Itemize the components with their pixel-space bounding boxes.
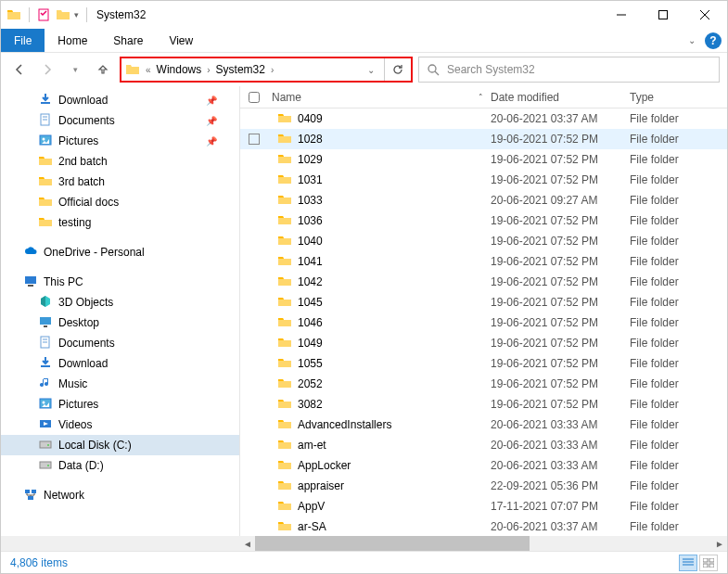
up-button[interactable] [92,58,114,81]
file-row[interactable]: 1036 19-06-2021 07:52 PM File folder [240,210,727,231]
horizontal-scrollbar[interactable]: ◄ ► [1,536,727,551]
folder-icon [277,233,292,250]
nav-item[interactable]: Local Disk (C:) [1,435,239,455]
file-row[interactable]: 1033 20-06-2021 09:27 AM File folder [240,190,727,210]
ribbon-tab-share[interactable]: Share [100,31,156,51]
file-row[interactable]: 1055 19-06-2021 07:52 PM File folder [240,353,727,374]
ribbon-tab-view[interactable]: View [156,31,206,51]
column-header-type[interactable]: Type [630,91,727,104]
file-type: File folder [630,214,727,227]
svg-rect-15 [40,317,51,325]
nav-item[interactable]: Official docs [1,192,239,212]
file-row[interactable]: 1046 19-06-2021 07:52 PM File folder [240,313,727,333]
row-checkbox[interactable] [249,134,260,145]
file-row[interactable]: 3082 19-06-2021 07:52 PM File folder [240,394,727,415]
nav-item-label: Pictures [58,398,98,411]
breadcrumb-segment[interactable]: System32 [214,63,267,76]
file-row[interactable]: AppLocker 20-06-2021 03:33 AM File folde… [240,455,727,476]
file-type: File folder [630,112,727,125]
nav-item[interactable]: 3D Objects [1,292,239,313]
column-header-name[interactable]: Name˄ [268,91,491,104]
nav-item-label: Documents [58,337,115,350]
svg-rect-2 [658,11,667,19]
ribbon-expand-icon[interactable]: ⌄ [688,35,696,45]
nav-item[interactable]: Network [1,485,239,505]
nav-item[interactable]: Download [1,353,239,374]
qat-newfolder-icon[interactable] [56,7,70,22]
scroll-right-icon[interactable]: ► [712,539,727,549]
breadcrumb-segment[interactable]: Windows [155,63,204,76]
close-button[interactable] [683,1,725,29]
file-row[interactable]: 2052 19-06-2021 07:52 PM File folder [240,374,727,394]
nav-item[interactable]: Documents📌 [1,110,239,131]
svg-rect-30 [28,496,33,500]
file-list[interactable]: Name˄ Date modified Type 0409 20-06-2021… [240,86,727,536]
maximize-button[interactable] [642,1,683,29]
nav-item[interactable]: Data (D:) [1,455,239,476]
nav-item[interactable]: This PC [1,272,239,292]
view-large-button[interactable] [699,555,718,571]
file-date: 19-06-2021 07:52 PM [491,133,630,146]
column-header-date[interactable]: Date modified [491,91,630,104]
refresh-button[interactable] [385,58,411,81]
address-dropdown-icon[interactable]: ⌄ [362,65,380,75]
nav-item[interactable]: testing [1,212,239,233]
file-row[interactable]: ar-SA 20-06-2021 03:37 AM File folder [240,517,727,536]
file-name: 1055 [298,357,323,370]
file-row[interactable]: AdvancedInstallers 20-06-2021 03:33 AM F… [240,415,727,435]
nav-item[interactable]: Videos [1,415,239,435]
file-row[interactable]: 1028 19-06-2021 07:52 PM File folder [240,129,727,149]
file-name: 2052 [298,377,323,390]
qat-properties-icon[interactable] [37,7,52,22]
file-name: 1029 [298,153,323,166]
file-date: 19-06-2021 07:52 PM [491,296,630,309]
nav-item[interactable]: Download📌 [1,90,239,110]
nav-item[interactable]: Music [1,374,239,394]
file-row[interactable]: 1041 19-06-2021 07:52 PM File folder [240,251,727,272]
file-row[interactable]: 1029 19-06-2021 07:52 PM File folder [240,149,727,170]
nav-item[interactable]: OneDrive - Personal [1,242,239,262]
file-date: 20-06-2021 03:33 AM [491,459,630,472]
file-row[interactable]: 1045 19-06-2021 07:52 PM File folder [240,292,727,313]
file-row[interactable]: appraiser 22-09-2021 05:36 PM File folde… [240,476,727,496]
nav-item[interactable]: 3rd batch [1,172,239,192]
search-box[interactable]: Search System32 [418,57,720,83]
forward-button[interactable] [36,58,58,81]
file-name: appraiser [298,479,344,492]
view-details-button[interactable] [679,555,697,571]
scroll-left-icon[interactable]: ◄ [240,539,255,549]
nav-item[interactable]: Documents [1,333,239,353]
file-row[interactable]: 1040 19-06-2021 07:52 PM File folder [240,231,727,251]
documents-icon [38,335,53,352]
folder-icon [277,478,292,495]
recent-dropdown-icon[interactable]: ▾ [64,58,86,81]
file-row[interactable]: 1049 19-06-2021 07:52 PM File folder [240,333,727,353]
ribbon: File Home Share View ⌄ ? [1,29,727,53]
folder-icon [277,498,292,516]
folder-icon [277,253,292,271]
help-icon[interactable]: ? [705,32,722,49]
select-all-checkbox[interactable] [249,92,260,103]
file-date: 17-11-2021 07:07 PM [491,500,630,513]
ribbon-file-tab[interactable]: File [1,29,45,52]
file-row[interactable]: am-et 20-06-2021 03:33 AM File folder [240,435,727,455]
file-row[interactable]: AppV 17-11-2021 07:07 PM File folder [240,496,727,517]
nav-item[interactable]: Pictures [1,394,239,415]
status-item-count: 4,806 items [10,556,68,569]
file-row[interactable]: 0409 20-06-2021 03:37 AM File folder [240,108,727,129]
address-bar[interactable]: « Windows › System32 › ⌄ [120,57,413,83]
file-row[interactable]: 1031 19-06-2021 07:52 PM File folder [240,170,727,190]
ribbon-tab-home[interactable]: Home [45,31,100,51]
back-button[interactable] [8,58,31,81]
chevron-right-icon[interactable]: › [267,65,277,75]
file-date: 19-06-2021 07:52 PM [491,275,630,288]
3dobjects-icon [38,294,53,312]
nav-item[interactable]: Pictures📌 [1,131,239,151]
minimize-button[interactable] [600,1,642,29]
nav-item[interactable]: 2nd batch [1,151,239,172]
svg-rect-14 [28,285,33,287]
file-row[interactable]: 1042 19-06-2021 07:52 PM File folder [240,272,727,292]
nav-item[interactable]: Desktop [1,313,239,333]
nav-tree[interactable]: Download📌Documents📌Pictures📌2nd batch3rd… [1,86,240,536]
chevron-right-icon[interactable]: › [203,65,213,75]
